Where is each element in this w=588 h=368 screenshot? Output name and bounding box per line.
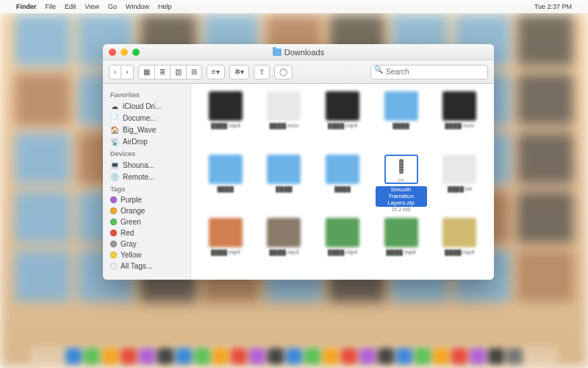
dock-app[interactable] xyxy=(84,348,100,364)
file-thumb xyxy=(326,91,359,121)
file-thumb xyxy=(209,155,243,184)
menu-go[interactable]: Go xyxy=(108,3,117,10)
sidebar-tag[interactable]: Red xyxy=(103,227,190,238)
file-thumb xyxy=(384,218,418,247)
file-item[interactable]: ████.mp4 xyxy=(373,218,430,278)
file-thumb xyxy=(209,91,243,121)
dock-app[interactable] xyxy=(323,348,339,364)
dock[interactable] xyxy=(29,346,559,367)
dock-app[interactable] xyxy=(451,348,467,364)
dock-app[interactable] xyxy=(304,348,320,364)
sidebar-tag[interactable]: Green xyxy=(103,216,190,227)
file-name: ████ xyxy=(392,123,409,130)
menubar-clock: Tue 2:37 PM xyxy=(534,3,572,10)
sidebar-label: Remote... xyxy=(123,173,154,181)
tags-button[interactable]: ◯ xyxy=(274,65,293,79)
dock-app[interactable] xyxy=(488,348,504,364)
file-item[interactable]: ████.mp3 xyxy=(256,218,313,278)
sidebar-item-favorite[interactable]: 📄Docume... xyxy=(103,112,190,124)
file-item[interactable]: ████ xyxy=(373,91,430,152)
sidebar-tag[interactable]: Orange xyxy=(103,205,190,216)
dock-app[interactable] xyxy=(341,348,357,364)
share-button[interactable]: ⇪ xyxy=(254,65,270,79)
search-field[interactable] xyxy=(370,64,488,79)
file-thumb xyxy=(442,218,476,247)
file-size: 35.2 MB xyxy=(392,207,411,212)
dock-app[interactable] xyxy=(359,348,376,364)
sidebar-tag[interactable]: Gray xyxy=(103,238,190,250)
file-item[interactable]: ████.mp4 xyxy=(314,218,371,278)
dock-app[interactable] xyxy=(65,348,82,364)
file-item[interactable]: ████ xyxy=(314,155,371,215)
sidebar-tag[interactable]: Purple xyxy=(103,194,190,205)
sidebar-item-device[interactable]: 💿Remote... xyxy=(103,171,190,183)
tag-dot-icon xyxy=(110,219,117,225)
sidebar-label: AirDrop xyxy=(123,138,148,146)
dock-app[interactable] xyxy=(433,348,449,364)
file-item[interactable]: ████.mov xyxy=(431,91,488,152)
maximize-button[interactable] xyxy=(132,49,140,56)
file-item[interactable]: ████.txt xyxy=(431,155,488,215)
minimize-button[interactable] xyxy=(121,49,128,56)
sidebar-label: Green xyxy=(121,218,141,226)
menu-edit[interactable]: Edit xyxy=(65,3,76,10)
menu-help[interactable]: Help xyxy=(158,3,172,10)
file-item[interactable]: ████.mov xyxy=(256,91,313,152)
devices-header: Devices xyxy=(103,147,190,159)
sidebar-item-favorite[interactable]: 📡AirDrop xyxy=(103,135,190,147)
file-grid[interactable]: ████.mp4████.mov████.mp4████████.mov████… xyxy=(191,84,494,280)
dock-app[interactable] xyxy=(396,348,412,364)
search-input[interactable] xyxy=(370,65,488,79)
view-mode-0[interactable]: ▦ xyxy=(138,65,155,79)
sidebar-label: Orange xyxy=(121,207,145,215)
dock-app[interactable] xyxy=(506,348,523,364)
dock-app[interactable] xyxy=(194,348,210,364)
favorite-icon: ☁ xyxy=(110,102,119,110)
view-mode-1[interactable]: ≣ xyxy=(155,65,171,79)
close-button[interactable] xyxy=(109,49,116,56)
arrange-button[interactable]: ≡▾ xyxy=(207,65,225,79)
menu-window[interactable]: Window xyxy=(126,3,149,10)
action-button[interactable]: ✻▾ xyxy=(229,65,249,79)
forward-button[interactable]: › xyxy=(121,65,133,79)
dock-app[interactable] xyxy=(102,348,118,364)
dock-app[interactable] xyxy=(415,348,431,364)
file-item[interactable]: ████.mp4 xyxy=(314,91,371,152)
dock-app[interactable] xyxy=(139,348,155,364)
dock-app[interactable] xyxy=(249,348,265,364)
dock-app[interactable] xyxy=(286,348,302,364)
file-item[interactable]: ████.mp4 xyxy=(431,218,488,278)
file-item[interactable]: ████.mp4 xyxy=(197,218,254,278)
file-item[interactable]: ZIPSmooth Transition Layers.zip35.2 MB xyxy=(373,155,430,215)
app-name[interactable]: Finder xyxy=(16,3,37,10)
dock-app[interactable] xyxy=(157,348,173,364)
file-thumb xyxy=(326,155,359,184)
back-button[interactable]: ‹ xyxy=(109,65,121,79)
dock-app[interactable] xyxy=(470,348,486,364)
sidebar-item-favorite[interactable]: ☁iCloud Dri... xyxy=(103,100,190,112)
dock-app[interactable] xyxy=(176,348,192,364)
menu-view[interactable]: View xyxy=(85,3,99,10)
sidebar-tag[interactable]: Yellow xyxy=(103,250,190,261)
menu-file[interactable]: File xyxy=(46,3,57,10)
sidebar-item-favorite[interactable]: 🏠Big_Wave xyxy=(103,124,190,135)
zip-icon: ZIP xyxy=(384,155,418,184)
titlebar[interactable]: Downloads xyxy=(103,44,494,60)
tag-dot-icon xyxy=(110,197,117,203)
dock-app[interactable] xyxy=(268,348,284,364)
dock-app[interactable] xyxy=(231,348,247,364)
file-item[interactable]: ████ xyxy=(197,155,254,215)
file-item[interactable]: ████.mp4 xyxy=(197,91,254,152)
dock-app[interactable] xyxy=(212,348,229,364)
view-mode-2[interactable]: ▥ xyxy=(171,65,187,79)
view-mode-3[interactable]: ⊞ xyxy=(187,65,202,79)
tag-dot-icon xyxy=(110,263,117,269)
file-thumb xyxy=(209,218,243,247)
dock-app[interactable] xyxy=(121,348,137,364)
file-item[interactable]: ████ xyxy=(256,155,313,215)
favorite-icon: 📡 xyxy=(110,137,119,146)
device-icon: 💿 xyxy=(110,172,119,181)
sidebar-tag[interactable]: All Tags... xyxy=(103,261,190,272)
sidebar-item-device[interactable]: 💻Shouna... xyxy=(103,159,190,171)
dock-app[interactable] xyxy=(378,348,394,364)
